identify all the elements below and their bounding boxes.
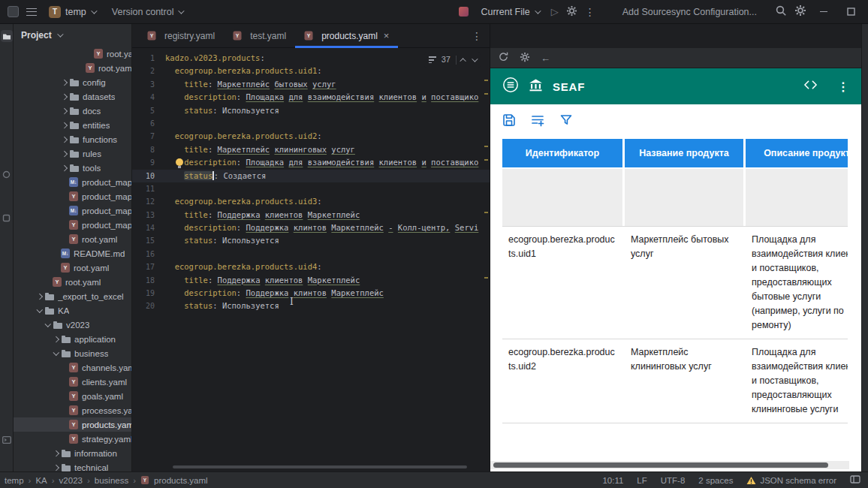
editor-line-6[interactable]: 6: [132, 117, 490, 130]
chevron-down-icon[interactable]: [51, 348, 61, 358]
next-problem-icon[interactable]: [472, 56, 478, 62]
editor-line-9[interactable]: 9 description: Площадка для взаимодейств…: [132, 156, 490, 169]
breadcrumb-item[interactable]: KA: [35, 476, 47, 485]
chevron-right-icon[interactable]: [59, 163, 69, 173]
editor-line-17[interactable]: 17 ecogroup.berezka.products.uid4:: [132, 261, 490, 273]
editor[interactable]: 1kadzo.v2023.products:2 ecogroup.berezka…: [132, 48, 490, 471]
terminal-tool-icon[interactable]: [1, 434, 13, 446]
caret-position[interactable]: 10:11: [602, 476, 623, 485]
restore-button[interactable]: [841, 7, 860, 17]
tree-item-information[interactable]: information: [14, 446, 131, 460]
indent-style[interactable]: 2 spaces: [698, 476, 733, 485]
chevron-right-icon[interactable]: [59, 149, 69, 158]
schema-warning[interactable]: JSON schema error: [746, 476, 836, 485]
chevron-right-icon[interactable]: [35, 291, 44, 301]
tree-item-business[interactable]: business: [14, 346, 131, 360]
tree-item-tools[interactable]: tools: [14, 161, 131, 175]
tree-item-docs[interactable]: docs: [14, 104, 131, 118]
tree-item-KA[interactable]: KA: [14, 303, 131, 318]
project-panel-header[interactable]: Project: [14, 24, 131, 47]
layout-panels-icon[interactable]: [850, 475, 860, 485]
column-filter[interactable]: [502, 169, 622, 226]
chevron-down-icon[interactable]: [43, 320, 53, 330]
tree-item-rules[interactable]: rules: [14, 146, 131, 161]
chevron-right-icon[interactable]: [51, 334, 61, 344]
tree-item-README.md[interactable]: M↓README.md: [14, 246, 131, 261]
error-stripe[interactable]: [484, 48, 488, 471]
line-separator[interactable]: LF: [637, 476, 646, 485]
editor-line-8[interactable]: 8 title: Маркетплейс клининговых услуг: [132, 143, 490, 156]
filter-icon[interactable]: [559, 113, 573, 130]
editor-line-3[interactable]: 3 title: Маркетплейс бытовых услуг: [132, 78, 490, 91]
chevron-right-icon[interactable]: [59, 77, 69, 87]
chevron-right-icon[interactable]: [59, 106, 69, 116]
sourcesync-text[interactable]: Add Sourcesync Configuration...: [622, 7, 757, 17]
menu-circle-icon[interactable]: [502, 77, 519, 96]
save-icon[interactable]: [502, 113, 516, 130]
tree-item-datasets[interactable]: datasets: [14, 89, 131, 104]
previous-problem-icon[interactable]: [460, 58, 466, 64]
chevron-right-icon[interactable]: [51, 448, 61, 458]
settings-gear-icon[interactable]: [794, 5, 806, 19]
tree-item-functions[interactable]: functions: [14, 132, 131, 146]
column-filter[interactable]: [625, 169, 743, 226]
editor-horizontal-scrollbar[interactable]: [173, 465, 467, 468]
editor-line-7[interactable]: 7 ecogroup.berezka.products.uid2:: [132, 130, 490, 143]
tree-item-technical[interactable]: technical: [14, 460, 131, 471]
tab-test.yaml[interactable]: Ytest.yaml: [224, 24, 295, 47]
code-view-icon[interactable]: [803, 79, 818, 94]
plugin-icon[interactable]: [459, 7, 469, 17]
main-menu-icon[interactable]: [26, 8, 37, 16]
tree-item-root.yaml[interactable]: Yroot.yaml: [14, 261, 131, 275]
editor-line-11[interactable]: 11: [132, 182, 490, 195]
run-config-widget[interactable]: Current File: [476, 5, 543, 20]
tree-item-channels.yaml[interactable]: Ychannels.yaml: [14, 360, 131, 375]
tree-item-root.yaml[interactable]: Yroot.yaml: [14, 275, 131, 289]
table-row[interactable]: ecogroup.berezka.products.uid2Маркетплей…: [502, 339, 848, 423]
editor-line-20[interactable]: 20 status: Используется: [132, 300, 490, 312]
back-arrow-icon[interactable]: ←: [541, 53, 550, 64]
editor-line-16[interactable]: 16: [132, 248, 490, 261]
tree-item-root.yaml[interactable]: Yroot.yaml: [14, 232, 131, 246]
preview-more-icon[interactable]: ⋮: [837, 80, 849, 94]
breadcrumb-item[interactable]: temp: [5, 476, 24, 485]
tree-item-application[interactable]: application: [14, 332, 131, 346]
tree-item-product_map_ka[interactable]: M↓product_map_ka: [14, 175, 131, 189]
search-everywhere-icon[interactable]: [775, 5, 787, 19]
project-tool-icon[interactable]: [1, 30, 13, 42]
bookmarks-tool-icon[interactable]: [1, 168, 13, 180]
devtools-gear-icon[interactable]: [520, 52, 530, 65]
more-actions-icon[interactable]: ⋮: [585, 7, 595, 17]
breadcrumb-item[interactable]: business: [95, 476, 128, 485]
table-row[interactable]: ecogroup.berezka.products.uid1Маркетплей…: [502, 227, 848, 339]
tree-item-strategy.yaml[interactable]: Ystrategy.yaml: [14, 432, 131, 446]
tree-item-_export_to_excel[interactable]: _export_to_excel: [14, 289, 131, 303]
editor-line-19[interactable]: 19 description: Поддержка клинтов Маркет…: [132, 287, 490, 300]
project-widget[interactable]: T temp: [44, 4, 100, 20]
tree-item-entities[interactable]: entities: [14, 118, 131, 132]
chevron-down-icon[interactable]: [35, 306, 44, 315]
tree-item-clients.yaml[interactable]: Yclients.yaml: [14, 375, 131, 389]
editor-line-14[interactable]: 14 description: Поддержка клинтов Маркет…: [132, 221, 490, 234]
chevron-right-icon[interactable]: [59, 120, 69, 130]
close-tab-icon[interactable]: ×: [384, 30, 390, 41]
tree-item-v2023[interactable]: v2023: [14, 318, 131, 332]
tab-registry.yaml[interactable]: Yregistry.yaml: [138, 24, 224, 47]
column-header[interactable]: Идентификатор: [502, 139, 622, 167]
file-encoding[interactable]: UTF-8: [661, 476, 686, 485]
tree-item-config[interactable]: config: [14, 75, 131, 89]
tree-item-product_map_ka[interactable]: Yproduct_map_ka: [14, 189, 131, 203]
horizontal-scrollbar[interactable]: [490, 461, 849, 469]
run-button[interactable]: ▷: [551, 6, 559, 17]
tree-item-root.yaml[interactable]: Yroot.yaml: [14, 47, 131, 61]
vcs-widget[interactable]: Version control: [107, 5, 188, 20]
column-header[interactable]: Название продукта: [625, 139, 743, 167]
inspections-widget[interactable]: 37: [424, 52, 481, 68]
tree-item-product_map_se[interactable]: M↓product_map_se: [14, 203, 131, 218]
chevron-right-icon[interactable]: [59, 134, 69, 144]
chevron-right-icon[interactable]: [59, 92, 69, 101]
column-header[interactable]: Описание продукта: [746, 139, 848, 167]
editor-line-18[interactable]: 18 title: Поддержка клиентов Маркетплейс: [132, 274, 490, 287]
breadcrumb-item[interactable]: products.yaml: [154, 476, 208, 485]
add-row-icon[interactable]: [531, 113, 544, 130]
